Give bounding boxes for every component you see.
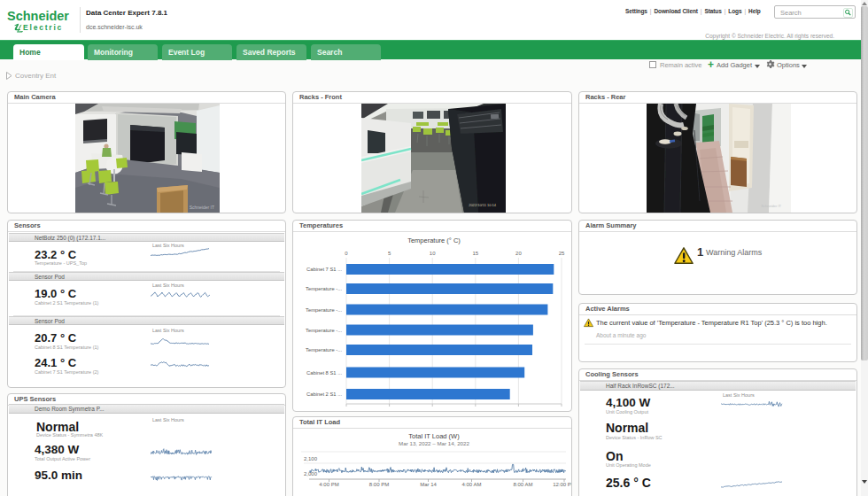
svg-text:4:00 PM: 4:00 PM xyxy=(319,482,338,487)
svg-text:Cabinet 7 S1 ...: Cabinet 7 S1 ... xyxy=(306,267,342,272)
svg-text:Total IT Load (W): Total IT Load (W) xyxy=(408,432,460,440)
svg-text:Cabinet 2 S1 ...: Cabinet 2 S1 ... xyxy=(306,391,342,397)
svg-text:Cabinet 8 S1 ...: Cabinet 8 S1 ... xyxy=(306,370,342,376)
svg-text:8:00 AM: 8:00 AM xyxy=(513,482,532,487)
svg-text:Temperature -...: Temperature -... xyxy=(306,307,342,313)
svg-text:Temperature -...: Temperature -... xyxy=(306,328,342,333)
svg-text:Mar 13, 2022 – Mar 14, 2022: Mar 13, 2022 – Mar 14, 2022 xyxy=(399,440,469,446)
svg-text:12:00 PM: 12:00 PM xyxy=(553,482,571,487)
svg-text:2022/10/11 10:14: 2022/10/11 10:14 xyxy=(469,203,497,207)
svg-text:Temperature -...: Temperature -... xyxy=(306,286,342,291)
svg-text:10: 10 xyxy=(430,251,436,256)
svg-text:4:00 AM: 4:00 AM xyxy=(461,482,481,487)
svg-text:2,100: 2,100 xyxy=(304,456,318,461)
svg-text:5: 5 xyxy=(388,251,391,256)
svg-text:15: 15 xyxy=(472,251,478,256)
svg-text:8:00 PM: 8:00 PM xyxy=(369,482,389,487)
svg-text:Temperature -...: Temperature -... xyxy=(306,347,342,353)
svg-text:20: 20 xyxy=(515,251,522,256)
svg-text:Schneider IT: Schneider IT xyxy=(761,204,781,208)
svg-text:25: 25 xyxy=(559,251,565,256)
svg-text:Schneider: Schneider xyxy=(7,8,69,23)
svg-text:Electric: Electric xyxy=(23,23,63,32)
svg-text:Mar 14: Mar 14 xyxy=(420,482,437,487)
svg-text:0: 0 xyxy=(345,251,348,256)
svg-text:Schneider IT: Schneider IT xyxy=(190,205,214,210)
svg-text:Temperature (° C): Temperature (° C) xyxy=(407,236,461,244)
